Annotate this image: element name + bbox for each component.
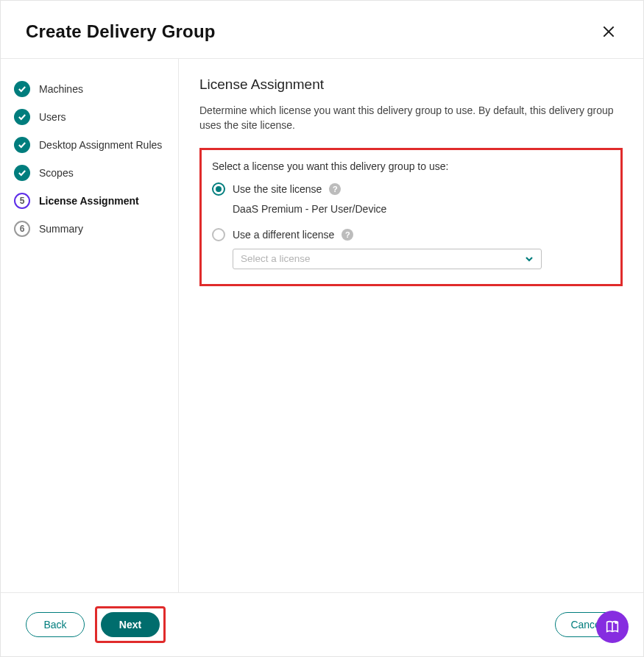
next-button-highlight: Next — [95, 606, 166, 643]
step-summary[interactable]: 6 Summary — [14, 215, 169, 243]
license-options-highlight: Select a license you want this delivery … — [199, 148, 623, 286]
step-label: Summary — [39, 223, 83, 235]
site-license-detail: DaaS Premium - Per User/Device — [233, 203, 610, 215]
step-machines[interactable]: Machines — [14, 75, 169, 103]
create-delivery-group-dialog: Create Delivery Group Machines Users — [0, 0, 644, 657]
step-number-icon: 5 — [14, 193, 30, 209]
check-icon — [14, 165, 30, 181]
step-label: License Assignment — [39, 195, 139, 207]
step-license-assignment[interactable]: 5 License Assignment — [14, 187, 169, 215]
step-number-icon: 6 — [14, 221, 30, 237]
step-label: Users — [39, 111, 66, 123]
dialog-title: Create Delivery Group — [26, 21, 216, 42]
wizard-sidebar: Machines Users Desktop Assignment Rules … — [1, 59, 179, 592]
option-use-different-license[interactable]: Use a different license ? — [212, 228, 610, 241]
svg-point-0 — [615, 621, 618, 624]
footer-left: Back Next — [26, 606, 166, 643]
help-icon[interactable]: ? — [342, 229, 353, 241]
dropdown-placeholder: Select a license — [241, 253, 311, 264]
radio-different-license[interactable] — [212, 228, 225, 241]
dialog-footer: Back Next Cancel — [1, 592, 643, 656]
help-fab-button[interactable] — [596, 611, 629, 643]
check-icon — [14, 81, 30, 97]
radio-site-license[interactable] — [212, 182, 225, 196]
step-label: Desktop Assignment Rules — [39, 139, 162, 151]
option-use-site-license[interactable]: Use the site license ? — [212, 182, 610, 196]
help-icon[interactable]: ? — [329, 183, 341, 195]
radio-label: Use a different license — [233, 229, 334, 241]
step-users[interactable]: Users — [14, 103, 169, 131]
step-scopes[interactable]: Scopes — [14, 159, 169, 187]
back-button[interactable]: Back — [26, 612, 85, 637]
main-panel: License Assignment Determine which licen… — [179, 59, 643, 592]
section-description: Determine which license you want this de… — [199, 103, 623, 133]
check-icon — [14, 137, 30, 153]
radio-label: Use the site license — [233, 183, 322, 195]
step-desktop-assignment-rules[interactable]: Desktop Assignment Rules — [14, 131, 169, 159]
dialog-body: Machines Users Desktop Assignment Rules … — [1, 58, 643, 592]
section-title: License Assignment — [199, 77, 623, 93]
select-license-label: Select a license you want this delivery … — [212, 160, 610, 172]
dialog-header: Create Delivery Group — [1, 1, 643, 58]
license-select-dropdown[interactable]: Select a license — [233, 249, 542, 269]
check-icon — [14, 109, 30, 125]
step-label: Machines — [39, 83, 83, 95]
step-label: Scopes — [39, 167, 74, 179]
next-button[interactable]: Next — [101, 612, 160, 637]
help-book-icon — [604, 619, 620, 635]
close-button[interactable] — [599, 22, 618, 41]
close-icon — [601, 24, 616, 39]
chevron-down-icon — [525, 255, 534, 263]
